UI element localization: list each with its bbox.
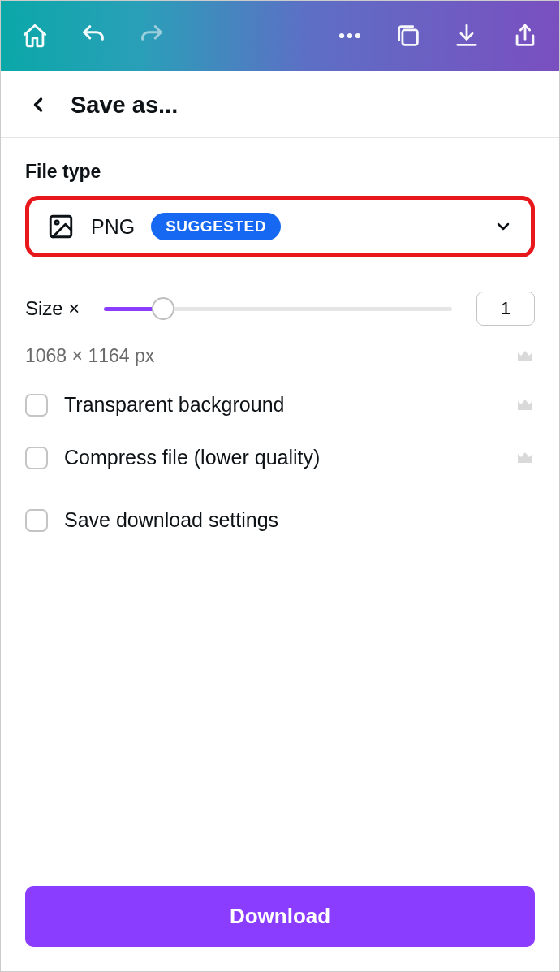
- more-button[interactable]: [330, 16, 369, 55]
- crown-icon: [515, 347, 535, 366]
- pages-button[interactable]: [389, 16, 428, 55]
- file-type-label: File type: [25, 161, 535, 183]
- crown-icon: [515, 395, 535, 415]
- app-top-bar: [1, 1, 559, 71]
- dimensions-row: 1068 × 1164 px: [25, 345, 535, 367]
- transparent-label: Transparent background: [64, 393, 499, 417]
- image-icon: [47, 213, 75, 240]
- save-as-panel: Save as... File type PNG SUGGESTED Size …: [1, 71, 559, 971]
- crown-icon: [515, 448, 535, 468]
- file-type-name: PNG: [91, 215, 135, 239]
- back-button[interactable]: [24, 90, 53, 119]
- save-settings-checkbox[interactable]: [25, 509, 48, 532]
- compress-checkbox[interactable]: [25, 447, 48, 469]
- more-icon: [336, 22, 364, 50]
- save-settings-option: Save download settings: [25, 508, 535, 532]
- undo-icon: [80, 22, 107, 50]
- download-icon: [453, 22, 480, 50]
- dimensions-text: 1068 × 1164 px: [25, 345, 154, 367]
- share-button[interactable]: [506, 16, 545, 55]
- transparent-bg-option: Transparent background: [25, 393, 535, 417]
- svg-point-1: [347, 33, 352, 38]
- share-icon: [511, 22, 539, 50]
- svg-point-0: [339, 33, 344, 38]
- transparent-checkbox[interactable]: [25, 394, 48, 417]
- slider-thumb[interactable]: [152, 297, 174, 320]
- svg-point-5: [55, 221, 58, 224]
- suggested-badge: SUGGESTED: [151, 213, 281, 240]
- size-input[interactable]: [476, 292, 535, 326]
- redo-button[interactable]: [132, 16, 171, 55]
- panel-body: File type PNG SUGGESTED Size × 1068 × 11…: [1, 138, 559, 971]
- redo-icon: [138, 22, 166, 50]
- pages-icon: [394, 22, 422, 50]
- panel-header: Save as...: [1, 71, 559, 138]
- panel-title: Save as...: [71, 92, 178, 119]
- download-icon-button[interactable]: [447, 16, 486, 55]
- size-slider[interactable]: [104, 296, 452, 321]
- chevron-down-icon: [493, 217, 513, 236]
- compress-label: Compress file (lower quality): [64, 446, 499, 469]
- undo-button[interactable]: [74, 16, 113, 55]
- chevron-left-icon: [27, 93, 50, 116]
- size-row: Size ×: [25, 292, 535, 326]
- size-label: Size ×: [25, 297, 80, 320]
- home-button[interactable]: [15, 16, 54, 55]
- save-settings-label: Save download settings: [64, 508, 535, 532]
- svg-point-2: [355, 33, 360, 38]
- download-button[interactable]: Download: [25, 886, 535, 947]
- file-type-select[interactable]: PNG SUGGESTED: [25, 196, 535, 257]
- svg-rect-3: [403, 30, 417, 45]
- compress-option: Compress file (lower quality): [25, 446, 535, 469]
- home-icon: [21, 22, 49, 50]
